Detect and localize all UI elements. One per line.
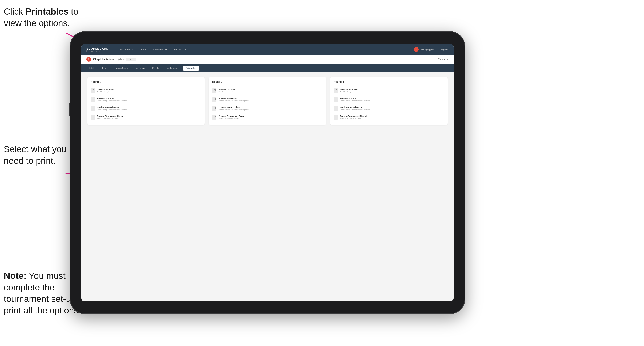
- round1-raguzzi[interactable]: Preview Raguzzi Sheet Course setup + Tee…: [91, 104, 201, 113]
- nav-rankings[interactable]: RANKINGS: [174, 47, 186, 51]
- top-nav: SCOREBOARD Powered by clippd TOURNAMENTS…: [82, 44, 454, 55]
- hosting-badge: Hosting: [126, 58, 136, 61]
- round-2-title: Round 2: [212, 80, 323, 83]
- tab-leaderboards[interactable]: Leaderboards: [163, 66, 182, 70]
- round3-tournament-report[interactable]: Preview Tournament Report Round Completi…: [334, 113, 444, 122]
- round2-scorecard[interactable]: Preview Scorecard Course setup + Tee She…: [212, 95, 323, 104]
- round-3-column: Round 3 Preview Tee Sheet Tee Sheet requ…: [330, 77, 448, 125]
- tab-tee-groups[interactable]: Tee Groups: [132, 66, 148, 70]
- annotation-top: Click Printables to view the options.: [4, 6, 84, 29]
- top-nav-right: B blair@clippd.io | Sign out: [414, 47, 448, 52]
- user-email: blair@clippd.io: [421, 48, 435, 51]
- round-2-column: Round 2 Preview Tee Sheet Tee Sheet requ…: [209, 77, 326, 125]
- tab-results[interactable]: Results: [149, 66, 162, 70]
- doc-icon: [91, 115, 95, 120]
- tab-teams[interactable]: Teams: [99, 66, 111, 70]
- doc-icon: [334, 106, 338, 111]
- doc-icon: [91, 97, 95, 102]
- tab-printables[interactable]: Printables: [183, 66, 199, 70]
- round1-tee-sheet[interactable]: Preview Tee Sheet Tee Sheet required: [91, 86, 201, 95]
- round2-raguzzi[interactable]: Preview Raguzzi Sheet Course setup + Tee…: [212, 104, 323, 113]
- doc-icon: [212, 88, 216, 93]
- nav-committee[interactable]: COMMITTEE: [154, 47, 168, 51]
- tournament-name: Clippd Invitational: [93, 58, 115, 61]
- round1-tournament-report[interactable]: Preview Tournament Report Round Completi…: [91, 113, 201, 122]
- sign-out-link[interactable]: Sign out: [440, 48, 448, 51]
- round-3-title: Round 3: [334, 80, 444, 83]
- tournament-header: C Clippd Invitational (Men) Hosting Canc…: [82, 55, 454, 64]
- round1-scorecard[interactable]: Preview Scorecard Course setup + Tee She…: [91, 95, 201, 104]
- nav-teams[interactable]: TEAMS: [139, 47, 148, 51]
- round3-scorecard[interactable]: Preview Scorecard Course setup + Tee She…: [334, 95, 444, 104]
- sub-nav: Details Teams Course Setup Tee Groups Re…: [82, 64, 454, 72]
- doc-icon: [334, 88, 338, 93]
- round3-tee-sheet[interactable]: Preview Tee Sheet Tee Sheet required: [334, 86, 444, 95]
- rounds-grid: Round 1 Preview Tee Sheet Tee Sheet requ…: [87, 77, 448, 125]
- doc-icon: [212, 97, 216, 102]
- doc-icon: [212, 115, 216, 120]
- clippd-logo: C: [86, 57, 91, 62]
- round3-raguzzi[interactable]: Preview Raguzzi Sheet Course setup + Tee…: [334, 104, 444, 113]
- doc-icon: [91, 106, 95, 111]
- user-avatar: B: [414, 47, 418, 52]
- tablet-screen: SCOREBOARD Powered by clippd TOURNAMENTS…: [82, 44, 454, 302]
- main-content: Round 1 Preview Tee Sheet Tee Sheet requ…: [82, 72, 454, 130]
- brand-title: SCOREBOARD: [86, 47, 108, 50]
- top-nav-items: TOURNAMENTS TEAMS COMMITTEE RANKINGS: [115, 47, 414, 51]
- brand-sub: Powered by clippd: [86, 50, 108, 52]
- cancel-button[interactable]: Cancel ✕: [438, 58, 448, 61]
- round2-tournament-report[interactable]: Preview Tournament Report Round Completi…: [212, 113, 323, 122]
- round-1-title: Round 1: [91, 80, 201, 83]
- doc-icon: [334, 97, 338, 102]
- tournament-type: (Men): [118, 58, 124, 61]
- round2-tee-sheet[interactable]: Preview Tee Sheet Tee Sheet required: [212, 86, 323, 95]
- nav-tournaments[interactable]: TOURNAMENTS: [115, 47, 134, 51]
- doc-icon: [334, 115, 338, 120]
- doc-icon: [91, 88, 95, 93]
- round-1-column: Round 1 Preview Tee Sheet Tee Sheet requ…: [87, 77, 205, 125]
- doc-icon: [212, 106, 216, 111]
- brand: SCOREBOARD Powered by clippd: [86, 47, 108, 52]
- tournament-left: C Clippd Invitational (Men) Hosting: [86, 57, 136, 62]
- tab-details[interactable]: Details: [86, 66, 98, 70]
- tab-course-setup[interactable]: Course Setup: [112, 66, 131, 70]
- tablet-shell: SCOREBOARD Powered by clippd TOURNAMENTS…: [70, 31, 465, 314]
